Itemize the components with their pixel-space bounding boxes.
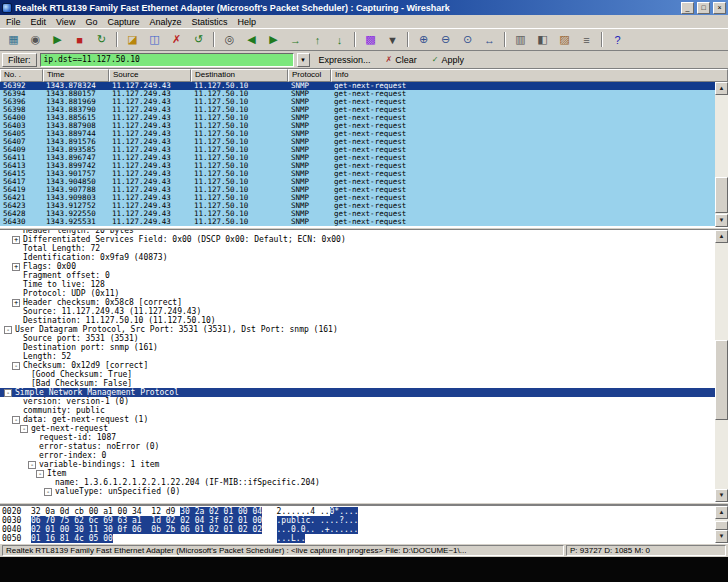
packet-list-scrollbar[interactable]: ▲ ▼	[715, 82, 728, 227]
detail-row[interactable]: error-status: noError (0)	[0, 442, 715, 451]
open-file-button[interactable]: ◪	[122, 30, 143, 49]
hex-row[interactable]: 0050 01 16 81 4c 05 00 ...L..	[2, 534, 715, 543]
zoom-100-button[interactable]: ⊙	[457, 30, 478, 49]
go-forward-button[interactable]: ▶	[263, 30, 284, 49]
detail-row[interactable]: error-index: 0	[0, 451, 715, 460]
go-to-bottom-button[interactable]: ↓	[329, 30, 350, 49]
scroll-up-icon[interactable]: ▲	[715, 506, 728, 519]
detail-row[interactable]: Time to live: 128	[0, 280, 715, 289]
menu-capture[interactable]: Capture	[102, 16, 144, 28]
zoom-out-button[interactable]: ⊖	[435, 30, 456, 49]
detail-row[interactable]: community: public	[0, 406, 715, 415]
colorize-button[interactable]: ▩	[360, 30, 381, 49]
scroll-down-icon[interactable]: ▼	[715, 214, 728, 227]
capture-options-button[interactable]: ◉	[25, 30, 46, 49]
apply-button[interactable]: ✓ Apply	[426, 54, 470, 66]
packet-row[interactable]: 564281343.92255011.127.249.4311.127.50.1…	[0, 210, 715, 218]
detail-row[interactable]: -variable-bindings: 1 item	[0, 460, 715, 469]
help-button[interactable]: ?	[607, 30, 628, 49]
reload-button[interactable]: ↺	[188, 30, 209, 49]
detail-row[interactable]: -Simple Network Management Protocol	[0, 388, 715, 397]
coloring-rules-button[interactable]: ▨	[554, 30, 575, 49]
hex-row[interactable]: 0020 32 0a 0d cb 00 a1 00 34 12 d9 30 2a…	[2, 507, 715, 516]
column-header-destination[interactable]: Destination	[191, 69, 288, 82]
packet-row[interactable]: 564031343.88790811.127.249.4311.127.50.1…	[0, 122, 715, 130]
collapse-icon[interactable]: -	[36, 470, 44, 478]
detail-row[interactable]: -Item	[0, 469, 715, 478]
menu-go[interactable]: Go	[80, 16, 102, 28]
menu-analyze[interactable]: Analyze	[144, 16, 186, 28]
detail-row[interactable]: [Bad Checksum: False]	[0, 379, 715, 388]
expand-icon[interactable]: +	[12, 236, 20, 244]
detail-row[interactable]: Total Length: 72	[0, 244, 715, 253]
packet-row[interactable]: 564111343.89674711.127.249.4311.127.50.1…	[0, 154, 715, 162]
scroll-down-icon[interactable]: ▼	[715, 489, 728, 502]
detail-row[interactable]: +Differentiated Services Field: 0x00 (DS…	[0, 235, 715, 244]
menu-edit[interactable]: Edit	[26, 16, 52, 28]
menu-view[interactable]: View	[51, 16, 80, 28]
column-header-no[interactable]: No. .	[0, 69, 43, 82]
scroll-up-icon[interactable]: ▲	[715, 82, 728, 95]
restart-capture-button[interactable]: ↻	[91, 30, 112, 49]
menu-statistics[interactable]: Statistics	[186, 16, 232, 28]
packet-row[interactable]: 564301343.92553111.127.249.4311.127.50.1…	[0, 218, 715, 226]
detail-row[interactable]: Destination: 11.127.50.10 (11.127.50.10)	[0, 316, 715, 325]
packet-row[interactable]: 563981343.88379011.127.249.4311.127.50.1…	[0, 106, 715, 114]
close-file-button[interactable]: ✗	[166, 30, 187, 49]
minimize-button[interactable]: _	[681, 2, 694, 14]
find-packet-button[interactable]: ◎	[219, 30, 240, 49]
packet-row[interactable]: 564191343.90778811.127.249.4311.127.50.1…	[0, 186, 715, 194]
packet-row[interactable]: 564211343.90980311.127.249.4311.127.50.1…	[0, 194, 715, 202]
autoscroll-button[interactable]: ▼	[382, 30, 403, 49]
scroll-down-icon[interactable]: ▼	[715, 530, 728, 543]
detail-row[interactable]: -data: get-next-request (1)	[0, 415, 715, 424]
detail-row[interactable]: request-id: 1087	[0, 433, 715, 442]
menu-help[interactable]: Help	[232, 16, 261, 28]
packet-row[interactable]: 564231343.91275211.127.249.4311.127.50.1…	[0, 202, 715, 210]
scroll-thumb[interactable]	[715, 340, 728, 420]
go-to-packet-button[interactable]: →	[285, 30, 306, 49]
detail-row[interactable]: Protocol: UDP (0x11)	[0, 289, 715, 298]
save-file-button[interactable]: ◫	[144, 30, 165, 49]
packet-row[interactable]: 564091343.89358511.127.249.4311.127.50.1…	[0, 146, 715, 154]
start-capture-button[interactable]: ▶	[47, 30, 68, 49]
bytes-scrollbar[interactable]: ▲ ▼	[715, 506, 728, 543]
collapse-icon[interactable]: -	[20, 425, 28, 433]
detail-row[interactable]: Source port: 3531 (3531)	[0, 334, 715, 343]
title-bar[interactable]: Realtek RTL8139 Family Fast Ethernet Ada…	[0, 0, 728, 15]
collapse-icon[interactable]: -	[4, 326, 12, 334]
detail-row[interactable]: -Checksum: 0x12d9 [correct]	[0, 361, 715, 370]
column-header-info[interactable]: Info	[331, 69, 728, 82]
detail-row[interactable]: Destination port: snmp (161)	[0, 343, 715, 352]
filter-dropdown-button[interactable]: ▼	[297, 53, 310, 67]
expand-icon[interactable]: +	[12, 263, 20, 271]
detail-row[interactable]: Length: 52	[0, 352, 715, 361]
expression-button[interactable]: Expression...	[313, 54, 377, 66]
collapse-icon[interactable]: -	[28, 461, 36, 469]
packet-row[interactable]: 564131343.89974211.127.249.4311.127.50.1…	[0, 162, 715, 170]
collapse-icon[interactable]: -	[44, 488, 52, 496]
list-interfaces-button[interactable]: ▦	[3, 30, 24, 49]
filter-input[interactable]	[40, 53, 294, 67]
packet-row[interactable]: 563961343.88196911.127.249.4311.127.50.1…	[0, 98, 715, 106]
packet-row[interactable]: 564171343.90485011.127.249.4311.127.50.1…	[0, 178, 715, 186]
collapse-icon[interactable]: -	[4, 389, 12, 397]
zoom-in-button[interactable]: ⊕	[413, 30, 434, 49]
go-to-top-button[interactable]: ↑	[307, 30, 328, 49]
menu-file[interactable]: File	[1, 16, 26, 28]
packet-row[interactable]: 564151343.90175711.127.249.4311.127.50.1…	[0, 170, 715, 178]
detail-row[interactable]: [Good Checksum: True]	[0, 370, 715, 379]
detail-row[interactable]: Identification: 0x9fa9 (40873)	[0, 253, 715, 262]
scroll-up-icon[interactable]: ▲	[715, 230, 728, 243]
detail-row[interactable]: Source: 11.127.249.43 (11.127.249.43)	[0, 307, 715, 316]
details-scrollbar[interactable]: ▲ ▼	[715, 230, 728, 502]
collapse-icon[interactable]: -	[12, 416, 20, 424]
close-button[interactable]: ×	[713, 2, 726, 14]
detail-row[interactable]: Fragment offset: 0	[0, 271, 715, 280]
filter-button[interactable]: Filter:	[2, 53, 37, 67]
display-filters-button[interactable]: ◧	[532, 30, 553, 49]
packet-row[interactable]: 564001343.88561511.127.249.4311.127.50.1…	[0, 114, 715, 122]
capture-filters-button[interactable]: ▥	[510, 30, 531, 49]
maximize-button[interactable]: □	[697, 2, 710, 14]
detail-row[interactable]: name: 1.3.6.1.2.1.2.2.1.22.204 (IF-MIB::…	[0, 478, 715, 487]
